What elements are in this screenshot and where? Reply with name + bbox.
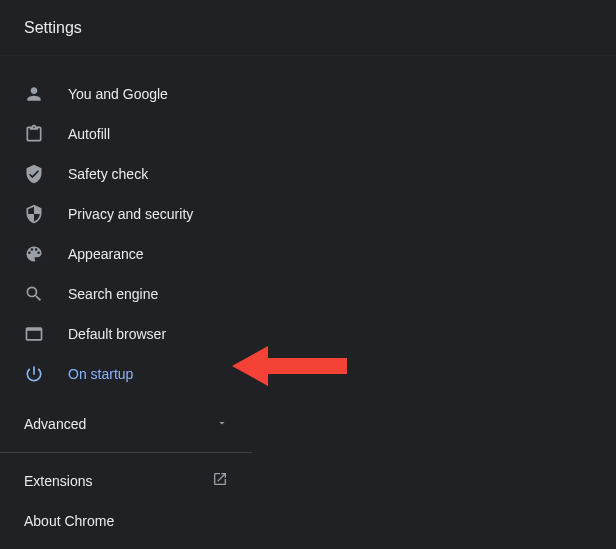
nav-item-extensions[interactable]: Extensions: [0, 461, 252, 501]
nav-item-appearance[interactable]: Appearance: [0, 234, 252, 274]
settings-sidebar: You and Google Autofill Safety check Pri…: [0, 56, 252, 541]
nav-item-label: Search engine: [68, 286, 158, 302]
shield-check-icon: [24, 164, 44, 184]
nav-item-label: Autofill: [68, 126, 110, 142]
extensions-label: Extensions: [24, 473, 92, 489]
page-title: Settings: [24, 19, 82, 37]
person-icon: [24, 84, 44, 104]
nav-item-about-chrome[interactable]: About Chrome: [0, 501, 252, 541]
nav-item-search-engine[interactable]: Search engine: [0, 274, 252, 314]
nav-item-label: Default browser: [68, 326, 166, 342]
nav-item-advanced[interactable]: Advanced: [0, 404, 252, 444]
nav-item-label: On startup: [68, 366, 133, 382]
nav-item-default-browser[interactable]: Default browser: [0, 314, 252, 354]
about-label: About Chrome: [24, 513, 114, 529]
advanced-label: Advanced: [24, 416, 86, 432]
palette-icon: [24, 244, 44, 264]
settings-header: Settings: [0, 0, 616, 56]
browser-icon: [24, 324, 44, 344]
nav-item-you-and-google[interactable]: You and Google: [0, 74, 252, 114]
nav-item-autofill[interactable]: Autofill: [0, 114, 252, 154]
nav-item-safety-check[interactable]: Safety check: [0, 154, 252, 194]
sidebar-divider: [0, 452, 252, 453]
nav-item-label: Safety check: [68, 166, 148, 182]
search-icon: [24, 284, 44, 304]
open-in-new-icon: [212, 471, 228, 491]
nav-item-label: Privacy and security: [68, 206, 193, 222]
chevron-down-icon: [216, 415, 228, 433]
nav-item-privacy-security[interactable]: Privacy and security: [0, 194, 252, 234]
nav-item-on-startup[interactable]: On startup: [0, 354, 252, 394]
nav-item-label: You and Google: [68, 86, 168, 102]
clipboard-icon: [24, 124, 44, 144]
nav-item-label: Appearance: [68, 246, 144, 262]
shield-icon: [24, 204, 44, 224]
power-icon: [24, 364, 44, 384]
